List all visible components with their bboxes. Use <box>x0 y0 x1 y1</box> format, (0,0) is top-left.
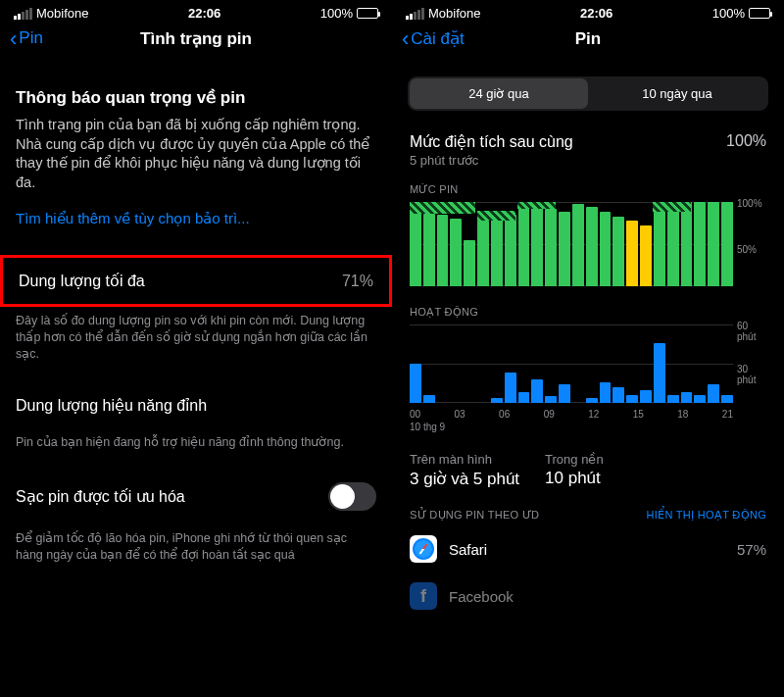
facebook-icon: f <box>410 582 437 610</box>
status-bar: Mobifone 22:06 100% <box>392 0 784 23</box>
battery-icon <box>357 8 378 19</box>
battery-level-heading: MỨC PIN <box>392 183 784 198</box>
carrier: Mobifone <box>428 6 480 21</box>
battery-percent: 100% <box>320 6 353 21</box>
nav-bar: ‹Pin Tình trạng pin <box>0 23 392 58</box>
tab-10d[interactable]: 10 ngày qua <box>588 78 766 109</box>
app-row-safari[interactable]: Safari 57% <box>392 525 784 573</box>
background-value: 10 phút <box>545 469 604 488</box>
x-axis-labels: 0003060912151821 <box>392 407 784 422</box>
optimized-charging-row: Sạc pin được tối ưu hóa <box>0 469 392 524</box>
clock: 22:06 <box>580 6 612 21</box>
notice-heading: Thông báo quan trọng về pin <box>16 87 376 108</box>
page-title: Pin <box>392 29 784 49</box>
time-range-segment: 24 giờ qua 10 ngày qua <box>408 76 768 111</box>
last-charge-value: 100% <box>726 132 766 168</box>
optimized-charging-label: Sạc pin được tối ưu hóa <box>16 487 185 506</box>
carrier: Mobifone <box>36 6 88 21</box>
signal-icon <box>406 8 424 20</box>
max-capacity-row[interactable]: Dung lượng tối đa 71% <box>0 255 392 307</box>
usage-summary: Trên màn hình 3 giờ và 5 phút Trong nền … <box>392 442 784 497</box>
screen-on-value: 3 giờ và 5 phút <box>410 469 519 489</box>
usage-by-app-heading: SỬ DỤNG PIN THEO ƯD <box>410 509 539 522</box>
phone-left: Mobifone 22:06 100% ‹Pin Tình trạng pin … <box>0 0 392 697</box>
tab-24h[interactable]: 24 giờ qua <box>410 78 588 109</box>
show-activity-button[interactable]: HIỂN THỊ HOẠT ĐỘNG <box>647 509 766 522</box>
status-bar: Mobifone 22:06 100% <box>0 0 392 23</box>
app-name: Safari <box>449 541 725 558</box>
battery-level-chart[interactable]: 100%50% <box>410 202 766 286</box>
notice-body: Tình trạng pin của bạn đã bị xuống cấp n… <box>16 116 376 192</box>
safari-icon <box>410 535 437 563</box>
last-charge-sub: 5 phút trước <box>410 153 573 168</box>
signal-icon <box>14 8 32 20</box>
screen-on-label: Trên màn hình <box>410 452 519 467</box>
last-charge-label: Mức điện tích sau cùng <box>410 132 573 151</box>
phone-right: Mobifone 22:06 100% ‹Cài đặt Pin 24 giờ … <box>392 0 784 697</box>
activity-chart[interactable]: 60 phút30 phút <box>410 324 766 403</box>
peak-performance-label: Dung lượng hiệu năng đỉnh <box>16 396 207 415</box>
max-capacity-desc: Đây là số đo dung lượng pin so với khi p… <box>0 307 392 363</box>
battery-icon <box>749 8 770 19</box>
battery-percent: 100% <box>712 6 745 21</box>
optimized-charging-toggle[interactable] <box>328 482 376 511</box>
page-title: Tình trạng pin <box>0 28 392 49</box>
peak-performance-desc: Pin của bạn hiện đang hỗ trợ hiệu năng đ… <box>0 428 392 451</box>
max-capacity-value: 71% <box>342 273 373 290</box>
activity-heading: HOẠT ĐỘNG <box>392 306 784 321</box>
chart-date-label: 10 thg 9 <box>392 422 784 442</box>
background-label: Trong nền <box>545 452 604 467</box>
last-charge-row: Mức điện tích sau cùng 5 phút trước 100% <box>392 123 784 183</box>
app-name: Facebook <box>449 588 755 605</box>
app-percent: 57% <box>737 541 766 558</box>
clock: 22:06 <box>188 6 220 21</box>
optimized-charging-desc: Để giảm tốc độ lão hóa pin, iPhone ghi n… <box>0 524 392 564</box>
learn-more-link[interactable]: Tìm hiểu thêm về tùy chọn bảo trì... <box>16 210 376 227</box>
nav-bar: ‹Cài đặt Pin <box>392 23 784 59</box>
app-row-facebook[interactable]: f Facebook <box>392 573 784 620</box>
max-capacity-label: Dung lượng tối đa <box>19 272 145 290</box>
peak-performance-row[interactable]: Dung lượng hiệu năng đỉnh <box>0 382 392 428</box>
